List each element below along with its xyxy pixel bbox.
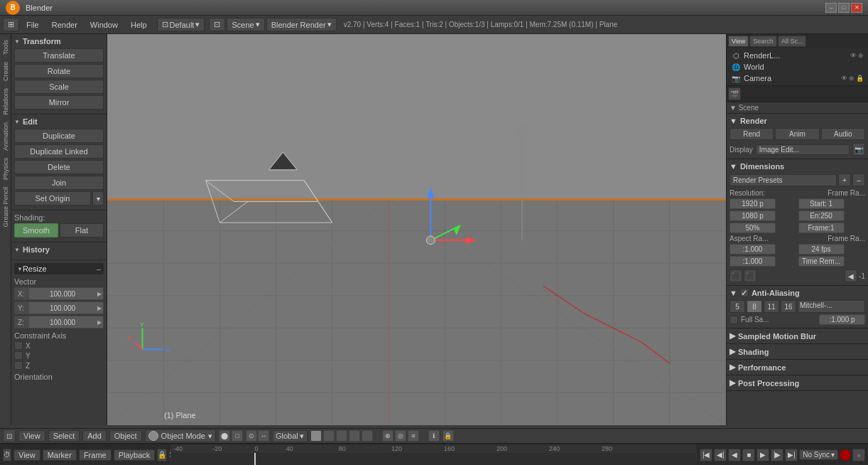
z-field[interactable]: Z: 100.000 ▶: [14, 316, 104, 328]
search-tab[interactable]: Search: [749, 36, 777, 47]
cursor-icon[interactable]: ⊕: [858, 52, 864, 59]
end-label[interactable]: En:250: [798, 210, 845, 221]
camera-eye-icon[interactable]: 👁: [841, 75, 847, 82]
tab-relations[interactable]: Relations: [1, 85, 10, 118]
set-origin-button[interactable]: Set Origin: [14, 191, 91, 205]
close-button[interactable]: ✕: [851, 3, 862, 13]
delete-button[interactable]: Delete: [14, 160, 104, 174]
outliner-world[interactable]: 🌐 World: [728, 61, 867, 73]
next-keyframe-btn[interactable]: |▶: [771, 449, 783, 461]
aa-filter-select[interactable]: Mitchell-...: [798, 300, 865, 313]
stop-btn[interactable]: ■: [742, 449, 755, 461]
full-sa-checkbox[interactable]: [729, 316, 738, 324]
start-label[interactable]: Start: 1: [798, 198, 845, 209]
time-rem[interactable]: Time Rem...: [798, 256, 845, 267]
info-icon[interactable]: ℹ: [428, 430, 440, 442]
tab-tools[interactable]: Tools: [1, 37, 10, 58]
workspace-selector[interactable]: ⊡ Default ▾: [157, 18, 205, 31]
jump-start-btn[interactable]: |◀: [700, 449, 712, 461]
eye-icon[interactable]: 👁: [850, 52, 857, 59]
select-btn[interactable]: Select: [48, 430, 80, 442]
presets-remove-btn[interactable]: –: [852, 173, 865, 186]
image-edit-btn[interactable]: Image Edit...: [756, 144, 850, 155]
menu-render[interactable]: Render: [46, 19, 83, 31]
layer4-icon[interactable]: [349, 430, 360, 442]
duplicate-linked-button[interactable]: Duplicate Linked: [14, 144, 104, 159]
image-edit-icon-btn[interactable]: 📷: [852, 143, 865, 156]
view-btn[interactable]: View: [18, 430, 45, 442]
sync-select[interactable]: No Sync ▾: [799, 449, 838, 460]
full-sa-value[interactable]: :1.000 p: [819, 314, 865, 325]
tab-grease-pencil[interactable]: Grease Pencil: [1, 184, 10, 230]
menu-help[interactable]: Help: [125, 19, 153, 31]
y-field[interactable]: Y: 100.000 ▶: [14, 301, 104, 314]
tl-lock-btn[interactable]: 🔒: [157, 449, 167, 461]
aa-checkbox[interactable]: ✓: [740, 289, 749, 297]
tl-playback-btn[interactable]: Playback: [114, 449, 156, 461]
jump-end-btn[interactable]: ▶|: [785, 449, 798, 461]
snap-icon[interactable]: ⊕: [382, 430, 394, 442]
viewport-type-btn[interactable]: ⊡: [209, 18, 225, 31]
tl-view-btn[interactable]: View: [13, 449, 40, 461]
view-tab[interactable]: View: [728, 36, 749, 47]
render-engine-selector[interactable]: Blender Render ▾: [266, 18, 337, 31]
set-origin-arrow[interactable]: ▾: [92, 191, 104, 205]
res-50[interactable]: 50%: [729, 223, 776, 233]
performance-header[interactable]: ▶ Performance: [727, 360, 868, 375]
tl-icon[interactable]: ⏱: [3, 449, 11, 461]
scene-selector[interactable]: Scene ▾: [227, 18, 264, 31]
join-button[interactable]: Join: [14, 176, 104, 190]
smooth-button[interactable]: Smooth: [14, 223, 58, 237]
keyframe-btn[interactable]: ⬦: [852, 449, 865, 461]
shading-right-header[interactable]: ▶ Shading: [727, 344, 868, 359]
scale-button[interactable]: Scale: [14, 80, 104, 94]
tab-create[interactable]: Create: [1, 59, 10, 84]
transform-orientation[interactable]: Global ▾: [272, 430, 308, 442]
outliner-renderlayer[interactable]: ⬡ RenderL... 👁 ⊕: [728, 50, 867, 61]
res-1080[interactable]: 1080 p: [729, 210, 776, 221]
options-icon[interactable]: ≡: [408, 430, 419, 442]
x-checkbox[interactable]: [14, 341, 23, 350]
outliner-camera[interactable]: 📷 Camera 👁 ⊕ 🔒: [728, 73, 867, 84]
post-processing-header[interactable]: ▶ Post Processing: [727, 375, 868, 390]
tab-animation[interactable]: Animation: [1, 119, 10, 154]
rotate-button[interactable]: Rotate: [14, 64, 104, 78]
y-checkbox[interactable]: [14, 351, 23, 360]
aspect-x[interactable]: :1.000: [729, 244, 776, 255]
camera-lock-icon[interactable]: 🔒: [856, 75, 864, 82]
frame-label[interactable]: Frame:1: [798, 223, 845, 233]
tl-marker-btn[interactable]: Marker: [43, 449, 77, 461]
mode-selector[interactable]: Object Mode ▾: [145, 429, 216, 442]
presets-add-btn[interactable]: +: [838, 173, 851, 186]
maximize-button[interactable]: □: [838, 3, 850, 13]
sampled-motion-header[interactable]: ▶ Sampled Motion Blur: [727, 328, 868, 343]
duplicate-button[interactable]: Duplicate: [14, 129, 104, 143]
z-checkbox[interactable]: [14, 361, 23, 370]
aspect-y[interactable]: :1.000: [729, 256, 776, 267]
minimize-button[interactable]: –: [825, 3, 837, 13]
add-btn[interactable]: Add: [82, 430, 107, 442]
viewport[interactable]: User Persp +: [107, 34, 726, 425]
translate-button[interactable]: Translate: [14, 48, 104, 63]
aa-16-btn[interactable]: 16: [781, 300, 796, 313]
play-back-btn[interactable]: ◀: [728, 449, 741, 461]
play-btn[interactable]: ▶: [756, 449, 769, 461]
manipulator-icon[interactable]: ↔: [258, 430, 269, 442]
tab-physics[interactable]: Physics: [1, 155, 10, 183]
res-1920[interactable]: 1920 p: [729, 198, 776, 209]
resize-collapse[interactable]: –: [97, 264, 101, 273]
lock-icon[interactable]: 🔒: [443, 430, 454, 442]
tl-frame-btn[interactable]: Frame: [79, 449, 112, 461]
wire-icon[interactable]: □: [232, 430, 243, 442]
layer1-icon[interactable]: [310, 430, 322, 442]
scene-icon[interactable]: 🎬: [728, 87, 741, 100]
workspace-icon-left[interactable]: ⊞: [3, 18, 19, 31]
render-presets-btn[interactable]: Render Presets: [729, 174, 837, 186]
sb-icon-btn[interactable]: ⊡: [3, 429, 16, 442]
all-scenes-tab[interactable]: All Sc...: [778, 36, 807, 47]
proportional-icon[interactable]: ◎: [395, 430, 406, 442]
menu-window[interactable]: Window: [85, 19, 124, 31]
mirror-button[interactable]: Mirror: [14, 95, 104, 109]
pivot-icon[interactable]: ⊙: [246, 430, 257, 442]
dim-prev[interactable]: ◀: [845, 269, 857, 282]
